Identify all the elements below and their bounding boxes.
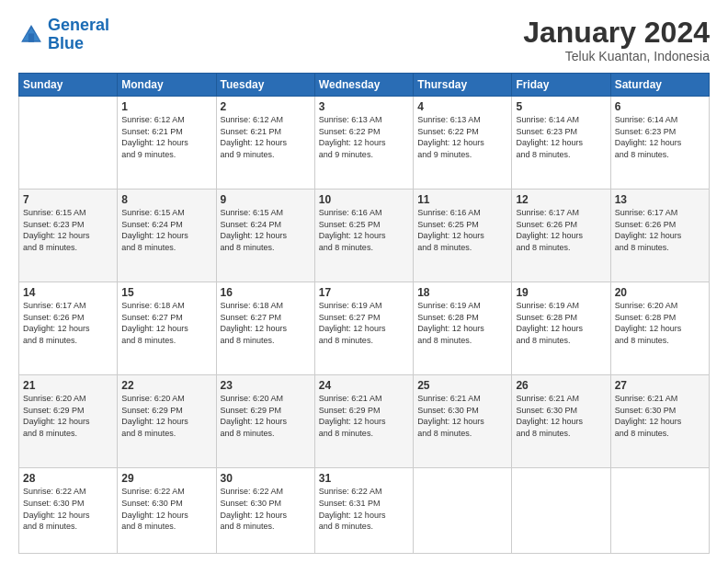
day-info: Sunrise: 6:20 AMSunset: 6:29 PMDaylight:…: [121, 393, 211, 439]
calendar-cell: 7Sunrise: 6:15 AMSunset: 6:23 PMDaylight…: [19, 190, 118, 282]
calendar-day-header: Thursday: [414, 74, 512, 97]
day-number: 22: [121, 379, 211, 392]
day-number: 10: [319, 193, 409, 206]
calendar-cell: 15Sunrise: 6:18 AMSunset: 6:27 PMDayligh…: [118, 282, 216, 375]
calendar-cell: 11Sunrise: 6:16 AMSunset: 6:25 PMDayligh…: [414, 190, 512, 282]
svg-rect-2: [28, 33, 34, 41]
day-info: Sunrise: 6:22 AMSunset: 6:30 PMDaylight:…: [221, 486, 311, 532]
day-info: Sunrise: 6:20 AMSunset: 6:29 PMDaylight:…: [23, 393, 113, 439]
day-number: 23: [221, 379, 311, 392]
calendar-day-header: Tuesday: [216, 74, 314, 97]
page: General Blue January 2024 Teluk Kuantan,…: [0, 0, 728, 563]
day-number: 11: [417, 193, 507, 206]
day-info: Sunrise: 6:18 AMSunset: 6:27 PMDaylight:…: [221, 300, 311, 346]
calendar-week-row: 7Sunrise: 6:15 AMSunset: 6:23 PMDaylight…: [19, 190, 710, 282]
calendar-cell: 16Sunrise: 6:18 AMSunset: 6:27 PMDayligh…: [216, 282, 314, 375]
day-number: 6: [615, 100, 705, 113]
logo: General Blue: [18, 17, 109, 53]
day-number: 28: [23, 472, 113, 485]
day-number: 7: [23, 193, 113, 206]
day-info: Sunrise: 6:22 AMSunset: 6:30 PMDaylight:…: [23, 486, 113, 532]
day-info: Sunrise: 6:16 AMSunset: 6:25 PMDaylight:…: [417, 207, 507, 253]
day-info: Sunrise: 6:17 AMSunset: 6:26 PMDaylight:…: [615, 207, 705, 253]
calendar-cell: 12Sunrise: 6:17 AMSunset: 6:26 PMDayligh…: [512, 190, 610, 282]
calendar-cell: 17Sunrise: 6:19 AMSunset: 6:27 PMDayligh…: [314, 282, 413, 375]
calendar-week-row: 21Sunrise: 6:20 AMSunset: 6:29 PMDayligh…: [19, 375, 710, 468]
day-number: 14: [23, 286, 113, 299]
calendar-cell: 1Sunrise: 6:12 AMSunset: 6:21 PMDaylight…: [118, 97, 216, 190]
calendar-cell: 31Sunrise: 6:22 AMSunset: 6:31 PMDayligh…: [314, 468, 413, 554]
day-number: 3: [319, 100, 409, 113]
calendar-week-row: 14Sunrise: 6:17 AMSunset: 6:26 PMDayligh…: [19, 282, 710, 375]
day-number: 16: [221, 286, 311, 299]
header: General Blue January 2024 Teluk Kuantan,…: [18, 17, 710, 63]
calendar-cell: 9Sunrise: 6:15 AMSunset: 6:24 PMDaylight…: [216, 190, 314, 282]
day-info: Sunrise: 6:22 AMSunset: 6:30 PMDaylight:…: [121, 486, 211, 532]
calendar-cell: 25Sunrise: 6:21 AMSunset: 6:30 PMDayligh…: [414, 375, 512, 468]
calendar-day-header: Friday: [512, 74, 610, 97]
day-info: Sunrise: 6:16 AMSunset: 6:25 PMDaylight:…: [319, 207, 409, 253]
calendar-cell: 24Sunrise: 6:21 AMSunset: 6:29 PMDayligh…: [314, 375, 413, 468]
calendar-cell: 30Sunrise: 6:22 AMSunset: 6:30 PMDayligh…: [216, 468, 314, 554]
calendar-cell: 21Sunrise: 6:20 AMSunset: 6:29 PMDayligh…: [19, 375, 118, 468]
calendar-cell: 8Sunrise: 6:15 AMSunset: 6:24 PMDaylight…: [118, 190, 216, 282]
day-info: Sunrise: 6:21 AMSunset: 6:29 PMDaylight:…: [319, 393, 409, 439]
calendar-cell: 19Sunrise: 6:19 AMSunset: 6:28 PMDayligh…: [512, 282, 610, 375]
calendar-cell: 6Sunrise: 6:14 AMSunset: 6:23 PMDaylight…: [610, 97, 709, 190]
day-info: Sunrise: 6:18 AMSunset: 6:27 PMDaylight:…: [121, 300, 211, 346]
calendar-cell: [610, 468, 709, 554]
day-info: Sunrise: 6:17 AMSunset: 6:26 PMDaylight:…: [23, 300, 113, 346]
calendar-cell: 23Sunrise: 6:20 AMSunset: 6:29 PMDayligh…: [216, 375, 314, 468]
day-info: Sunrise: 6:20 AMSunset: 6:29 PMDaylight:…: [221, 393, 311, 439]
day-info: Sunrise: 6:15 AMSunset: 6:24 PMDaylight:…: [121, 207, 211, 253]
logo-line2: Blue: [48, 34, 84, 52]
calendar-cell: 4Sunrise: 6:13 AMSunset: 6:22 PMDaylight…: [414, 97, 512, 190]
day-info: Sunrise: 6:14 AMSunset: 6:23 PMDaylight:…: [516, 114, 606, 160]
day-info: Sunrise: 6:14 AMSunset: 6:23 PMDaylight:…: [615, 114, 705, 160]
day-info: Sunrise: 6:21 AMSunset: 6:30 PMDaylight:…: [417, 393, 507, 439]
day-number: 5: [516, 100, 606, 113]
calendar-cell: 10Sunrise: 6:16 AMSunset: 6:25 PMDayligh…: [314, 190, 413, 282]
day-info: Sunrise: 6:15 AMSunset: 6:24 PMDaylight:…: [221, 207, 311, 253]
day-number: 19: [516, 286, 606, 299]
calendar-header-row: SundayMondayTuesdayWednesdayThursdayFrid…: [19, 74, 710, 97]
calendar-day-header: Saturday: [610, 74, 709, 97]
calendar-cell: [19, 97, 118, 190]
calendar-cell: 3Sunrise: 6:13 AMSunset: 6:22 PMDaylight…: [314, 97, 413, 190]
day-number: 12: [516, 193, 606, 206]
calendar-cell: 13Sunrise: 6:17 AMSunset: 6:26 PMDayligh…: [610, 190, 709, 282]
day-info: Sunrise: 6:19 AMSunset: 6:27 PMDaylight:…: [319, 300, 409, 346]
calendar-cell: 22Sunrise: 6:20 AMSunset: 6:29 PMDayligh…: [118, 375, 216, 468]
day-number: 15: [121, 286, 211, 299]
calendar-cell: 18Sunrise: 6:19 AMSunset: 6:28 PMDayligh…: [414, 282, 512, 375]
calendar-cell: [512, 468, 610, 554]
title-block: January 2024 Teluk Kuantan, Indonesia: [523, 17, 710, 63]
day-number: 30: [221, 472, 311, 485]
logo-text: General Blue: [48, 17, 109, 53]
day-info: Sunrise: 6:12 AMSunset: 6:21 PMDaylight:…: [121, 114, 211, 160]
day-info: Sunrise: 6:13 AMSunset: 6:22 PMDaylight:…: [417, 114, 507, 160]
subtitle: Teluk Kuantan, Indonesia: [523, 49, 710, 63]
day-number: 25: [417, 379, 507, 392]
calendar-body: 1Sunrise: 6:12 AMSunset: 6:21 PMDaylight…: [19, 97, 710, 554]
day-info: Sunrise: 6:12 AMSunset: 6:21 PMDaylight:…: [221, 114, 311, 160]
day-number: 9: [221, 193, 311, 206]
main-title: January 2024: [523, 17, 710, 49]
day-info: Sunrise: 6:20 AMSunset: 6:28 PMDaylight:…: [615, 300, 705, 346]
day-number: 1: [121, 100, 211, 113]
day-number: 20: [615, 286, 705, 299]
calendar-cell: [414, 468, 512, 554]
calendar-day-header: Sunday: [19, 74, 118, 97]
calendar-cell: 2Sunrise: 6:12 AMSunset: 6:21 PMDaylight…: [216, 97, 314, 190]
day-info: Sunrise: 6:19 AMSunset: 6:28 PMDaylight:…: [516, 300, 606, 346]
calendar-cell: 26Sunrise: 6:21 AMSunset: 6:30 PMDayligh…: [512, 375, 610, 468]
calendar-cell: 28Sunrise: 6:22 AMSunset: 6:30 PMDayligh…: [19, 468, 118, 554]
day-info: Sunrise: 6:13 AMSunset: 6:22 PMDaylight:…: [319, 114, 409, 160]
day-number: 13: [615, 193, 705, 206]
day-info: Sunrise: 6:21 AMSunset: 6:30 PMDaylight:…: [516, 393, 606, 439]
calendar-day-header: Wednesday: [314, 74, 413, 97]
calendar-week-row: 28Sunrise: 6:22 AMSunset: 6:30 PMDayligh…: [19, 468, 710, 554]
calendar-week-row: 1Sunrise: 6:12 AMSunset: 6:21 PMDaylight…: [19, 97, 710, 190]
day-number: 4: [417, 100, 507, 113]
day-number: 26: [516, 379, 606, 392]
